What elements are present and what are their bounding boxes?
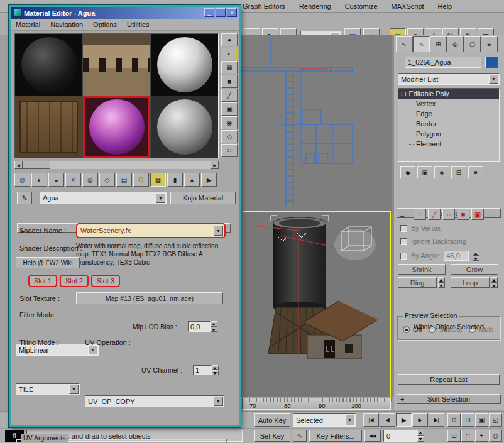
get-material-button[interactable]: ◍ — [14, 173, 30, 187]
maximize-viewport-button[interactable]: ◱ — [489, 413, 502, 427]
material-slot-1[interactable] — [15, 34, 82, 96]
ring-button[interactable]: Ring — [398, 277, 437, 288]
make-material-copy-button[interactable]: ◎ — [82, 173, 98, 187]
element-mode-button[interactable]: ▣ — [471, 209, 484, 220]
collapse-icon[interactable]: ⊟ — [401, 90, 406, 97]
material-slot-6[interactable] — [151, 96, 218, 158]
dialog-titlebar[interactable]: Material Editor - Agua _ □ × — [11, 7, 239, 19]
put-to-library-button[interactable]: ▤ — [116, 173, 132, 187]
current-frame-spinner[interactable] — [417, 430, 424, 442]
material-id-channel-button[interactable]: O — [133, 173, 149, 187]
shader-name-dropdown[interactable]: WaterScenery.fx ▼ — [76, 223, 226, 238]
show-end-result-button[interactable]: ▣ — [417, 166, 432, 178]
chevron-down-icon[interactable]: ▼ — [345, 415, 354, 425]
material-slot-5-selected[interactable] — [83, 96, 150, 158]
material-map-navigator-button[interactable]: ∷ — [221, 144, 238, 157]
zoom-region-button[interactable]: ⊡ — [447, 430, 461, 442]
sample-type-button[interactable]: ● — [221, 33, 238, 46]
reset-map-button[interactable]: × — [65, 173, 81, 187]
stack-item-border[interactable]: Border — [398, 119, 499, 129]
menu-utilities[interactable]: Utilities — [127, 21, 149, 28]
material-editor-dialog[interactable]: Material Editor - Agua _ □ × Material Na… — [9, 5, 241, 427]
modifier-list-dropdown[interactable]: Modifier List ▼ — [398, 73, 500, 85]
make-unique-button[interactable]: ◈ — [434, 166, 449, 178]
background-button[interactable]: ▦ — [221, 61, 238, 74]
menu-rendering[interactable]: Rendering — [299, 3, 331, 10]
chevron-down-icon[interactable]: ▼ — [214, 226, 223, 236]
chevron-down-icon[interactable]: ▼ — [156, 193, 165, 203]
pin-stack-button[interactable]: ◆ — [400, 166, 415, 178]
stack-item-vertex[interactable]: Vertex — [398, 99, 499, 109]
loop-spinner[interactable] — [491, 277, 498, 288]
stack-item-element[interactable]: Element — [398, 139, 499, 149]
chevron-down-icon[interactable]: ▼ — [214, 397, 223, 406]
material-slot-3[interactable] — [151, 34, 218, 96]
make-preview-button[interactable]: ▣ — [221, 102, 238, 116]
scrollbar-thumb[interactable] — [23, 161, 50, 169]
polygon-mode-button[interactable]: ■ — [457, 209, 469, 220]
key-filters-button[interactable]: Key Filters... — [309, 430, 362, 442]
remove-modifier-button[interactable]: ⊟ — [451, 166, 466, 178]
tab-display[interactable]: ▢ — [464, 36, 481, 52]
next-frame-button[interactable]: ▶ — [412, 413, 428, 427]
by-vertex-checkbox[interactable] — [400, 225, 407, 232]
by-angle-spinner[interactable] — [473, 251, 479, 261]
slot-texture-button[interactable]: Map #13 (ES_agu01_nm.ace) — [76, 292, 223, 304]
object-color-swatch[interactable] — [485, 57, 498, 68]
water-tower[interactable] — [273, 217, 326, 313]
backlight-button[interactable]: ◐ — [221, 47, 238, 60]
border-mode-button[interactable]: ○ — [442, 209, 455, 220]
put-material-to-scene-button[interactable]: ◐ — [31, 173, 47, 187]
go-forward-to-sibling-button[interactable]: ▶ — [201, 173, 217, 187]
by-angle-checkbox[interactable] — [400, 253, 407, 260]
menu-options[interactable]: Options — [93, 21, 117, 28]
maximize-button[interactable]: □ — [216, 8, 226, 17]
field-of-view-button[interactable]: ∷ — [461, 430, 474, 442]
go-to-end-button[interactable]: ▶| — [429, 413, 444, 427]
repeat-last-button[interactable]: Repeat Last — [398, 374, 500, 385]
key-filter-mode-button[interactable]: ∿ — [293, 430, 307, 442]
material-name-dropdown[interactable]: Agua ▼ — [40, 192, 167, 204]
minimize-button[interactable]: _ — [204, 8, 214, 17]
play-button[interactable]: ▶ — [396, 413, 412, 427]
rewind-button[interactable]: ◀◀ — [364, 430, 381, 442]
scroll-left-button[interactable]: ◀ — [14, 161, 23, 169]
menu-material[interactable]: Material — [16, 21, 40, 28]
material-type-button[interactable]: Kuju Material — [170, 192, 236, 204]
show-end-result-material-button[interactable]: ▮ — [167, 173, 183, 187]
pick-material-button[interactable]: ✎ — [17, 192, 32, 204]
menu-navigation[interactable]: Navigation — [50, 21, 83, 28]
grow-button[interactable]: Grow — [451, 264, 498, 275]
menu-graph-editors[interactable]: Graph Editors — [243, 3, 285, 10]
uv-operation-dropdown[interactable]: UV_OP_COPY ▼ — [85, 395, 224, 407]
timeline[interactable]: 70 80 90 100 — [241, 397, 392, 411]
tab-slot-2[interactable]: Slot 2 — [60, 275, 89, 287]
go-to-parent-button[interactable]: ▲ — [184, 173, 200, 187]
video-color-check-button[interactable]: ╱ — [221, 89, 238, 102]
chevron-down-icon[interactable]: ▼ — [489, 74, 498, 84]
go-to-start-button[interactable]: |◀ — [363, 413, 379, 427]
auto-key-button[interactable]: Auto Key — [254, 413, 290, 427]
loop-button[interactable]: Loop — [451, 277, 490, 288]
help-fw2-wiki-button[interactable]: Help @ FW2 Wiki — [16, 257, 80, 268]
wireframe-viewport[interactable]: x — [241, 35, 392, 209]
shrink-button[interactable]: Shrink — [398, 264, 446, 275]
stack-item-edge[interactable]: Edge — [398, 109, 499, 119]
uv-channel-field[interactable]: 1 — [193, 365, 212, 375]
stack-item-polygon[interactable]: Polygon — [398, 129, 499, 139]
vertex-mode-button[interactable]: ∴ — [414, 209, 426, 220]
selection-set-dropdown[interactable]: Selected ▼ — [293, 413, 356, 427]
tab-slot-3[interactable]: Slot 3 — [91, 275, 120, 287]
tab-slot-1[interactable]: Slot 1 — [28, 275, 57, 287]
chevron-down-icon[interactable]: ▼ — [69, 385, 79, 394]
perspective-viewport[interactable]: x — [243, 211, 391, 397]
by-angle-field[interactable]: 45,0 — [444, 251, 469, 261]
orbit-button[interactable]: ◎ — [489, 430, 502, 442]
menu-customize[interactable]: Customize — [345, 3, 378, 10]
modifier-stack[interactable]: ⊟ Editable Poly Vertex Edge Border Polyg… — [398, 88, 500, 162]
zoom-extents-button[interactable]: ▣ — [475, 413, 488, 427]
tiling-mode-dropdown[interactable]: TILE ▼ — [16, 383, 80, 395]
zoom-button[interactable]: ⊕ — [447, 413, 461, 427]
object-name-field[interactable]: 1_0256_Agua — [405, 57, 481, 68]
configure-modifier-sets-button[interactable]: ≡ — [468, 166, 483, 178]
